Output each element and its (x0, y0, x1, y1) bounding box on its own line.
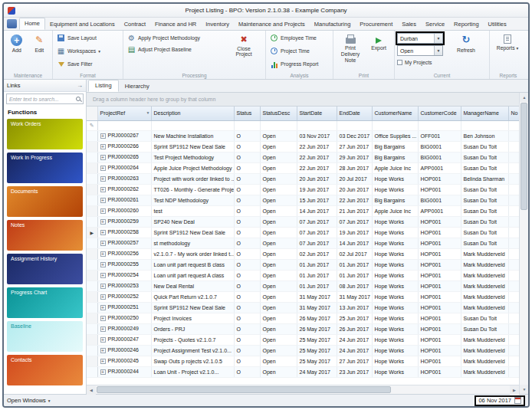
expand-row-icon[interactable]: + (100, 176, 106, 182)
status-select[interactable]: Open ▼ (397, 45, 443, 56)
table-row[interactable]: +PRJ0000257st methodologyOOpen07 Jun 201… (87, 238, 519, 248)
filter-cell-end[interactable] (337, 120, 372, 130)
function-tile-notes[interactable]: Notes (7, 220, 83, 251)
employee-time-button[interactable]: Employee Time (268, 32, 330, 44)
table-row[interactable]: +PRJ0000256v2.1.0.7 - My work order link… (87, 248, 519, 259)
table-row[interactable]: +PRJ0000262TT026 - Monthly - Generate Pr… (87, 184, 519, 195)
function-tile-documents[interactable]: Documents (7, 186, 83, 217)
table-row[interactable]: +PRJ0000253New Deal RentalOOpen01 Jun 20… (87, 280, 519, 291)
save-layout-button[interactable]: Save Layout (55, 32, 120, 44)
column-header-description[interactable]: Description (151, 107, 234, 120)
vertical-scroll-thumb[interactable] (521, 103, 527, 210)
expand-row-icon[interactable]: + (100, 251, 106, 257)
table-row[interactable]: +PRJ0000249Orders - PRJOOpen26 May 20172… (87, 323, 519, 334)
scroll-down-icon[interactable]: ▼ (520, 385, 529, 394)
open-windows-button[interactable]: Open Windows ▾ (7, 397, 51, 404)
table-row[interactable]: ▶+PRJ0000258Sprint SP1912 New Deal SaleO… (87, 227, 519, 238)
column-header-no[interactable]: No (508, 107, 519, 120)
refresh-button[interactable]: ↻ Refresh (451, 32, 481, 71)
ribbon-tab-manufacturing[interactable]: Manufacturing (310, 19, 356, 30)
expand-row-icon[interactable]: + (100, 155, 106, 160)
expand-row-icon[interactable]: + (100, 294, 106, 300)
tab-listing[interactable]: Listing (88, 80, 119, 92)
vertical-scrollbar[interactable]: ▲ ▼ (519, 93, 528, 394)
table-row[interactable]: +PRJ0000266Sprint SP1912 New Deal SaleOO… (87, 141, 519, 152)
column-header-startdate[interactable]: StartDate (297, 107, 337, 120)
expand-row-icon[interactable]: + (100, 241, 106, 246)
filter-cell-cust[interactable] (372, 120, 418, 130)
adjust-project-baseline-button[interactable]: ▤ Adjust Project Baseline (126, 44, 227, 55)
expand-row-icon[interactable]: + (100, 133, 106, 139)
expand-row-icon[interactable]: + (100, 273, 106, 278)
filter-cell-desc[interactable] (151, 120, 234, 130)
expand-row-icon[interactable]: + (100, 262, 106, 267)
filter-cell-no[interactable] (508, 120, 519, 130)
table-row[interactable]: +PRJ0000252Quick Part Return v2.1.0.7OOp… (87, 291, 519, 302)
filter-cell-mgr[interactable] (461, 120, 508, 130)
function-tile-assignment-history[interactable]: Assignment History (7, 254, 83, 284)
filter-cell-code[interactable] (418, 120, 461, 130)
column-header-managername[interactable]: ManagerName (461, 107, 508, 120)
ribbon-tab-utilities[interactable]: Utilities (484, 19, 511, 30)
my-projects-checkbox[interactable]: My Projects (397, 57, 449, 67)
filter-cell-status[interactable] (234, 120, 260, 130)
table-row[interactable]: +PRJ0000267New Machine InstallationOOpen… (87, 130, 519, 141)
tab-hierarchy[interactable]: Hierarchy (119, 81, 156, 92)
save-filter-button[interactable]: Save Filter (55, 58, 120, 70)
function-tile-work-in-progress[interactable]: Work In Progress (7, 153, 83, 183)
filter-cell-ref[interactable] (97, 120, 151, 130)
expand-row-icon[interactable]: + (100, 219, 106, 225)
site-select[interactable]: Durban ▼ (397, 33, 443, 44)
date-picker[interactable]: 06 Nov 2017 (475, 395, 525, 406)
ribbon-tab-sales[interactable]: Sales (397, 19, 421, 30)
scroll-right-icon[interactable]: ▶ (510, 385, 519, 395)
application-menu-icon[interactable] (7, 19, 17, 28)
collapse-panel-icon[interactable]: → (77, 82, 83, 89)
table-row[interactable]: +PRJ0000263Project with work order linke… (87, 173, 519, 184)
expand-row-icon[interactable]: + (100, 198, 106, 203)
function-tile-work-orders[interactable]: Work Orders (7, 119, 83, 149)
function-tile-baseline[interactable]: Baseline (7, 321, 83, 352)
table-row[interactable]: +PRJ0000260testOOpen14 Jun 201721 Jun 20… (87, 205, 519, 216)
add-button[interactable]: + Add (6, 32, 28, 71)
table-row[interactable]: +PRJ0000259SP240 New DealOOpen07 Jun 201… (87, 216, 519, 227)
workspaces-button[interactable]: ▦ Workspaces ▾ (55, 45, 120, 57)
search-input[interactable] (9, 97, 76, 102)
apply-project-methodology-button[interactable]: ⚙ Apply Project Methodology (126, 32, 227, 44)
column-header-projectref[interactable]: ProjectRef▼ (97, 107, 151, 120)
table-row[interactable]: +PRJ0000244Loan Unit - Project v2.1.0...… (87, 366, 519, 377)
expand-row-icon[interactable]: + (100, 166, 106, 171)
horizontal-scroll-thumb[interactable] (97, 386, 391, 393)
expand-row-icon[interactable]: + (100, 187, 106, 192)
ribbon-tab-contract[interactable]: Contract (120, 19, 150, 30)
expand-row-icon[interactable]: + (100, 326, 106, 332)
table-row[interactable]: +PRJ0000245Swap Outs p rojects v2.1.0.5O… (87, 356, 519, 366)
scroll-left-icon[interactable]: ◀ (87, 385, 96, 395)
ribbon-tab-maintenance-and-projects[interactable]: Maintenance and Projects (234, 19, 310, 30)
table-row[interactable]: +PRJ0000251Sprint SP1912 New Deal SaleOO… (87, 302, 519, 313)
auto-filter-row[interactable]: ✎ (87, 120, 519, 130)
chevron-down-icon[interactable]: ▼ (434, 46, 442, 55)
table-row[interactable]: +PRJ0000264Apple Juice Project Methodolo… (87, 162, 519, 173)
ribbon-tab-finance-and-hr[interactable]: Finance and HR (150, 19, 201, 30)
expand-row-icon[interactable]: + (100, 348, 106, 353)
edit-button[interactable]: ✎ Edit (29, 32, 51, 71)
expand-row-icon[interactable]: + (100, 230, 106, 235)
filter-dropdown-icon[interactable]: ▼ (146, 110, 150, 115)
export-button[interactable]: Export (366, 32, 391, 71)
column-header-customername[interactable]: CustomerName (372, 107, 418, 120)
table-row[interactable]: +PRJ0000261Test NDP MethodologyOOpen15 J… (87, 195, 519, 205)
filter-cell-sdesc[interactable] (260, 120, 297, 130)
horizontal-scrollbar[interactable]: ◀ ▶ (87, 385, 519, 394)
ribbon-tab-reporting[interactable]: Reporting (449, 19, 484, 30)
column-header-enddate[interactable]: EndDate (337, 107, 372, 120)
group-by-panel[interactable]: Drag a column header here to group by th… (87, 93, 519, 107)
progress-report-button[interactable]: Progress Report (268, 58, 330, 70)
table-row[interactable]: +PRJ0000246Project Assignment Test v2.1.… (87, 345, 519, 356)
table-row[interactable]: +PRJ0000254Loan unit part request A clas… (87, 270, 519, 280)
reports-button[interactable]: Reports ▾ (492, 32, 523, 71)
function-tile-contacts[interactable]: Contacts (7, 355, 83, 385)
expand-row-icon[interactable]: + (100, 144, 106, 149)
expand-row-icon[interactable]: + (100, 337, 106, 343)
expand-row-icon[interactable]: + (100, 305, 106, 310)
